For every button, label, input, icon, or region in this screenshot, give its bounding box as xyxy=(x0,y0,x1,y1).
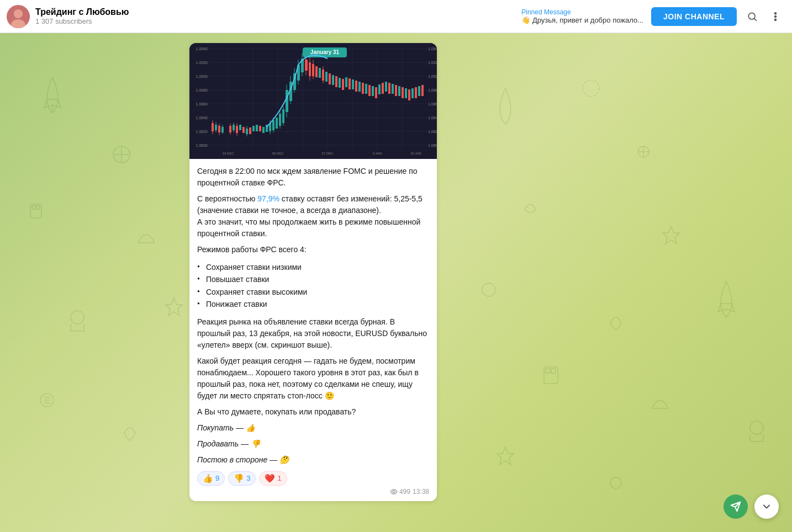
svg-point-23 xyxy=(775,19,777,20)
thumbdown-count: 3 xyxy=(246,474,250,482)
search-button[interactable] xyxy=(742,7,762,26)
svg-rect-111 xyxy=(349,78,351,89)
channel-info: Трейдинг с Любовью 1 307 subscribers xyxy=(35,7,521,25)
svg-rect-77 xyxy=(276,118,278,129)
svg-rect-112 xyxy=(352,79,354,89)
reaction-thumbup[interactable]: 👍 9 xyxy=(197,471,225,486)
svg-rect-110 xyxy=(345,77,347,87)
reactions-bar: 👍 9 👎 3 ❤️ 1 xyxy=(197,471,429,486)
svg-rect-119 xyxy=(375,87,377,98)
svg-rect-120 xyxy=(378,84,381,94)
italic-1: Покупать — 👍 xyxy=(197,422,429,434)
content-area: 1.0940 1.0920 1.0900 1.0880 1.0860 1.084… xyxy=(0,33,792,532)
subscriber-count: 1 307 subscribers xyxy=(35,17,521,25)
svg-text:1.0920: 1.0920 xyxy=(196,61,208,65)
svg-text:January 31: January 31 xyxy=(310,49,340,55)
pinned-preview: 👋 Друзья, привет и добро пожало... xyxy=(521,16,643,24)
svg-text:1.0880: 1.0880 xyxy=(196,88,208,92)
paragraph-3: Режимов работы ФРС всего 4: xyxy=(197,244,429,256)
more-button[interactable] xyxy=(765,7,785,26)
svg-rect-113 xyxy=(355,81,357,92)
svg-point-17 xyxy=(14,9,23,18)
list-item: Сохраняет ставки высокими xyxy=(197,286,429,298)
heart-count: 1 xyxy=(277,474,281,482)
svg-text:1.0940: 1.0940 xyxy=(428,47,437,51)
paragraph-5: Какой будет реакция сегодня — гадать не … xyxy=(197,355,429,402)
channel-name: Трейдинг с Любовью xyxy=(35,7,521,17)
svg-rect-109 xyxy=(342,79,344,90)
svg-rect-132 xyxy=(418,86,420,96)
pinned-message-area[interactable]: Pinned Message 👋 Друзья, привет и добро … xyxy=(521,8,643,24)
reaction-thumbdown[interactable]: 👎 3 xyxy=(228,471,256,486)
thumbdown-emoji: 👎 xyxy=(234,474,244,483)
reaction-heart[interactable]: ❤️ 1 xyxy=(259,471,287,486)
svg-rect-106 xyxy=(332,75,334,85)
svg-text:20 DEC: 20 DEC xyxy=(272,152,284,155)
paragraph-4: Реакция рынка на объявление ставки всегд… xyxy=(197,316,429,351)
list-item: Сохраняет ставки низкими xyxy=(197,261,429,273)
svg-text:1.0860: 1.0860 xyxy=(196,102,208,106)
svg-rect-64 xyxy=(242,127,245,133)
svg-text:1.0820: 1.0820 xyxy=(428,130,437,134)
svg-text:1.0800: 1.0800 xyxy=(428,143,437,147)
svg-rect-117 xyxy=(368,85,371,96)
svg-point-22 xyxy=(775,15,777,17)
join-channel-button[interactable]: JOIN CHANNEL xyxy=(651,7,737,26)
message-body: Сегодня в 22:00 по мск ждем заявление FO… xyxy=(189,159,437,501)
svg-rect-108 xyxy=(339,78,341,88)
svg-rect-63 xyxy=(239,125,241,130)
svg-rect-101 xyxy=(319,68,321,78)
list-item: Понижает ставки xyxy=(197,298,429,310)
paragraph-1: Сегодня в 22:00 по мск ждем заявление FO… xyxy=(197,166,429,189)
svg-point-147 xyxy=(393,490,395,492)
paragraph-6: А Вы что думаете, покупать или продавать… xyxy=(197,406,429,418)
svg-rect-114 xyxy=(358,82,361,92)
svg-rect-131 xyxy=(415,87,417,98)
svg-point-19 xyxy=(748,13,755,19)
view-count: 499 xyxy=(390,488,410,496)
header-actions xyxy=(742,7,785,26)
thumbup-emoji: 👍 xyxy=(203,474,213,483)
svg-rect-122 xyxy=(385,82,387,92)
svg-text:1.0920: 1.0920 xyxy=(428,61,437,65)
svg-rect-118 xyxy=(372,86,374,96)
italic-2: Продавать — 👎 xyxy=(197,438,429,450)
svg-rect-105 xyxy=(329,73,331,84)
svg-text:1.0940: 1.0940 xyxy=(196,47,208,51)
svg-rect-126 xyxy=(398,86,400,96)
pinned-label: Pinned Message xyxy=(521,8,643,16)
svg-rect-123 xyxy=(388,83,390,94)
scroll-down-button[interactable] xyxy=(754,494,779,519)
svg-rect-70 xyxy=(259,126,261,131)
svg-rect-100 xyxy=(315,66,318,77)
svg-text:1.0820: 1.0820 xyxy=(196,130,208,134)
paragraph-2: С вероятностью 97,9% ставку оставят без … xyxy=(197,193,429,240)
chart-container: 1.0940 1.0920 1.0900 1.0880 1.0860 1.084… xyxy=(189,43,437,159)
bullet-list: Сохраняет ставки низкими Повышает ставки… xyxy=(197,261,429,311)
svg-rect-128 xyxy=(405,88,407,98)
svg-rect-67 xyxy=(249,127,251,134)
svg-text:1.0840: 1.0840 xyxy=(428,116,437,120)
svg-text:27 DEC: 27 DEC xyxy=(321,152,334,155)
svg-rect-115 xyxy=(362,83,364,94)
svg-line-20 xyxy=(754,18,757,20)
svg-rect-125 xyxy=(395,85,397,96)
thumbup-count: 9 xyxy=(215,474,219,482)
svg-rect-133 xyxy=(421,85,424,96)
channel-avatar[interactable] xyxy=(7,5,30,28)
message-time: 13:38 xyxy=(413,488,429,496)
message-card: 1.0940 1.0920 1.0900 1.0880 1.0860 1.084… xyxy=(189,43,437,501)
svg-rect-121 xyxy=(382,83,384,94)
svg-rect-116 xyxy=(365,84,367,94)
italic-3: Постою в стороне — 🤔 xyxy=(197,454,429,466)
svg-rect-127 xyxy=(402,87,404,98)
share-button[interactable] xyxy=(724,494,748,519)
svg-text:10 JAN: 10 JAN xyxy=(410,152,421,155)
svg-text:1.0860: 1.0860 xyxy=(428,102,437,106)
message-text: Сегодня в 22:00 по мск ждем заявление FO… xyxy=(197,166,429,256)
svg-rect-129 xyxy=(408,89,410,100)
svg-rect-104 xyxy=(325,72,328,82)
svg-text:1.0880: 1.0880 xyxy=(428,88,437,92)
header: Трейдинг с Любовью 1 307 subscribers Pin… xyxy=(0,0,792,33)
svg-rect-124 xyxy=(392,84,394,94)
